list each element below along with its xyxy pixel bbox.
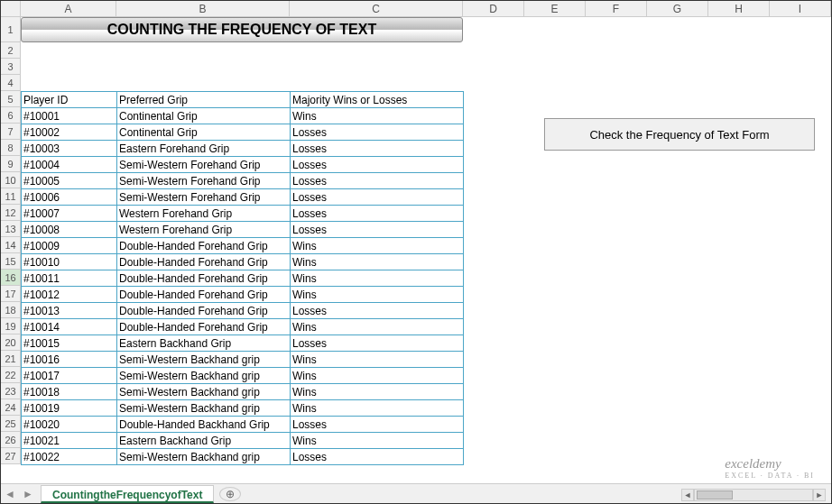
col-header-D[interactable]: D — [463, 1, 524, 16]
cell[interactable]: Semi-Western Forehand Grip — [117, 189, 291, 206]
scroll-track[interactable] — [694, 489, 813, 501]
cell[interactable]: Wins — [291, 400, 464, 417]
cell[interactable]: #10015 — [22, 335, 117, 352]
cell[interactable]: Double-Handed Forehand Grip — [117, 270, 291, 287]
cell[interactable]: Losses — [291, 417, 464, 433]
header-player-id[interactable]: Player ID — [22, 92, 117, 108]
col-header-E[interactable]: E — [524, 1, 586, 16]
cell[interactable]: Wins — [291, 238, 464, 254]
row-header[interactable]: 2 — [1, 42, 20, 59]
cell[interactable]: Wins — [291, 108, 464, 124]
cell[interactable]: #10004 — [22, 157, 117, 173]
cell[interactable]: #10020 — [22, 417, 117, 433]
row-header[interactable]: 24 — [1, 399, 20, 416]
cell[interactable]: #10022 — [22, 449, 117, 465]
row-header[interactable]: 10 — [1, 172, 20, 188]
cell[interactable]: #10005 — [22, 173, 117, 189]
cell[interactable]: Wins — [291, 368, 464, 384]
cell[interactable]: Losses — [291, 303, 464, 319]
cell[interactable]: Losses — [291, 173, 464, 189]
cell[interactable]: Wins — [291, 433, 464, 449]
cell[interactable]: Wins — [291, 384, 464, 400]
cell[interactable]: Semi-Western Backhand grip — [117, 352, 291, 368]
col-header-I[interactable]: I — [770, 1, 831, 16]
cell[interactable]: #10002 — [22, 124, 117, 141]
cell[interactable]: #10003 — [22, 141, 117, 157]
sheet-tab-active[interactable]: CountingtheFrequencyofText — [41, 485, 214, 503]
col-header-G[interactable]: G — [647, 1, 708, 16]
select-all-corner[interactable] — [1, 1, 21, 16]
cell[interactable]: #10016 — [22, 352, 117, 368]
cell[interactable]: #10012 — [22, 287, 117, 303]
row-header[interactable]: 20 — [1, 334, 20, 351]
cell[interactable]: #10011 — [22, 270, 117, 287]
row-header[interactable]: 23 — [1, 383, 20, 399]
scroll-thumb[interactable] — [697, 490, 733, 499]
cell[interactable]: Double-Handed Forehand Grip — [117, 238, 291, 254]
cell[interactable]: Double-Handed Forehand Grip — [117, 303, 291, 319]
cell[interactable]: #10008 — [22, 222, 117, 238]
row-header[interactable]: 6 — [1, 107, 20, 124]
cell[interactable]: Double-Handed Forehand Grip — [117, 287, 291, 303]
cell[interactable]: Semi-Western Backhand grip — [117, 384, 291, 400]
cell[interactable]: #10007 — [22, 206, 117, 222]
cell[interactable]: Wins — [291, 254, 464, 270]
cell[interactable]: #10018 — [22, 384, 117, 400]
cell[interactable]: Wins — [291, 352, 464, 368]
cell[interactable]: Western Forehand Grip — [117, 222, 291, 238]
cell[interactable]: Losses — [291, 157, 464, 173]
cell[interactable]: Semi-Western Forehand Grip — [117, 157, 291, 173]
cell[interactable]: Eastern Backhand Grip — [117, 433, 291, 449]
row-header[interactable]: 9 — [1, 156, 20, 172]
row-header[interactable]: 19 — [1, 318, 20, 334]
cell[interactable]: Losses — [291, 335, 464, 352]
cell[interactable]: Semi-Western Forehand Grip — [117, 173, 291, 189]
row-header[interactable]: 17 — [1, 286, 20, 302]
cell[interactable]: Double-Handed Forehand Grip — [117, 254, 291, 270]
cell[interactable]: #10013 — [22, 303, 117, 319]
row-header[interactable]: 25 — [1, 416, 20, 432]
cell[interactable]: Eastern Backhand Grip — [117, 335, 291, 352]
row-header[interactable]: 13 — [1, 221, 20, 237]
col-header-B[interactable]: B — [116, 1, 290, 16]
scroll-left-icon[interactable]: ◄ — [681, 489, 694, 501]
cell[interactable]: Wins — [291, 287, 464, 303]
row-header[interactable]: 21 — [1, 351, 20, 367]
col-header-H[interactable]: H — [708, 1, 770, 16]
row-header[interactable]: 27 — [1, 448, 20, 464]
row-header[interactable]: 3 — [1, 59, 20, 75]
cell[interactable]: Semi-Western Backhand grip — [117, 368, 291, 384]
cell[interactable]: Losses — [291, 124, 464, 141]
check-frequency-button[interactable]: Check the Frequency of Text Form — [544, 118, 815, 151]
row-header[interactable]: 14 — [1, 237, 20, 253]
row-header[interactable]: 18 — [1, 302, 20, 318]
cell[interactable]: Double-Handed Backhand Grip — [117, 417, 291, 433]
cell[interactable]: Western Forehand Grip — [117, 206, 291, 222]
cell[interactable]: #10021 — [22, 433, 117, 449]
cell[interactable]: Semi-Western Backhand grip — [117, 400, 291, 417]
row-header[interactable]: 8 — [1, 140, 20, 156]
cell[interactable]: #10017 — [22, 368, 117, 384]
sheet-nav-next-icon[interactable]: ► — [19, 484, 37, 504]
cell[interactable]: Double-Handed Forehand Grip — [117, 319, 291, 335]
cell[interactable]: #10001 — [22, 108, 117, 124]
cell[interactable]: Losses — [291, 141, 464, 157]
row-header[interactable]: 12 — [1, 205, 20, 221]
cell[interactable]: Continental Grip — [117, 108, 291, 124]
row-header[interactable]: 22 — [1, 367, 20, 383]
cell[interactable]: Losses — [291, 189, 464, 206]
scroll-right-icon[interactable]: ► — [813, 489, 826, 501]
row-header[interactable]: 15 — [1, 253, 20, 270]
row-header[interactable]: 26 — [1, 432, 20, 448]
cell[interactable]: Semi-Western Backhand grip — [117, 449, 291, 465]
add-sheet-icon[interactable]: ⊕ — [219, 487, 241, 501]
cell[interactable]: #10006 — [22, 189, 117, 206]
row-header[interactable]: 16 — [1, 270, 20, 286]
cell[interactable]: Continental Grip — [117, 124, 291, 141]
cell[interactable]: Losses — [291, 222, 464, 238]
col-header-A[interactable]: A — [21, 1, 116, 16]
cell[interactable]: Wins — [291, 270, 464, 287]
cell[interactable]: #10014 — [22, 319, 117, 335]
cell[interactable]: #10010 — [22, 254, 117, 270]
cell[interactable]: Wins — [291, 319, 464, 335]
